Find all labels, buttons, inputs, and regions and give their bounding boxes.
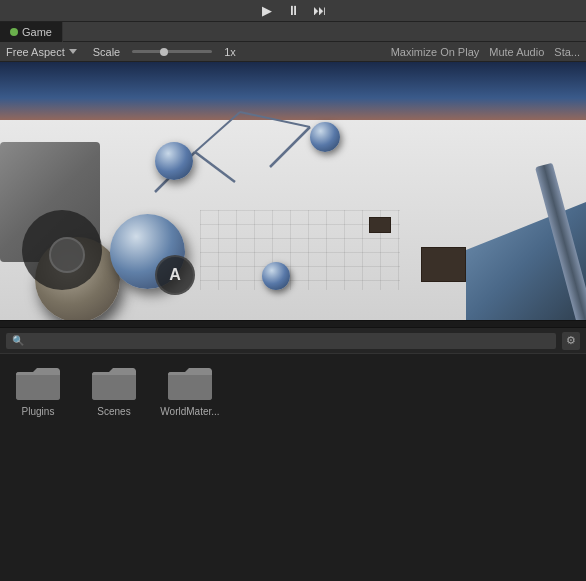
folder-icon-plugins xyxy=(15,364,61,402)
stats-label[interactable]: Sta... xyxy=(554,46,580,58)
play-button[interactable]: ▶ xyxy=(256,3,278,19)
a-button[interactable]: A xyxy=(155,255,195,295)
game-viewport: A xyxy=(0,62,586,320)
rod-container xyxy=(100,92,400,212)
tab-game[interactable]: Game xyxy=(0,22,63,42)
svg-rect-10 xyxy=(168,372,212,400)
bottom-panel: 🔍 ⚙ Plugins Sc xyxy=(0,328,586,581)
aspect-arrow-icon xyxy=(69,49,77,54)
folder-label-scenes: Scenes xyxy=(97,406,130,417)
scale-slider[interactable] xyxy=(132,50,212,53)
tab-game-label: Game xyxy=(22,26,52,38)
top-toolbar: ▶ ⏸ ⏭ xyxy=(0,0,586,22)
search-bar: 🔍 ⚙ xyxy=(0,328,586,354)
folder-item-plugins[interactable]: Plugins xyxy=(8,364,68,417)
search-icon: 🔍 xyxy=(12,335,24,346)
folder-label-worldmaterials: WorldMater... xyxy=(160,406,219,417)
dark-box-right xyxy=(421,247,466,282)
aspect-bar: Free Aspect Scale 1x Maximize On Play Mu… xyxy=(0,42,586,62)
dark-box-small xyxy=(369,217,391,233)
maximize-on-play[interactable]: Maximize On Play xyxy=(391,46,480,58)
sphere-hang-left xyxy=(155,142,193,180)
svg-line-2 xyxy=(195,112,240,152)
sphere-small-center xyxy=(262,262,290,290)
aspect-label: Free Aspect xyxy=(6,46,65,58)
file-browser: Plugins Scenes WorldMater... xyxy=(0,354,586,581)
tab-bar: Game xyxy=(0,22,586,42)
joystick-inner xyxy=(49,237,85,273)
search-input-wrap: 🔍 xyxy=(6,333,556,349)
folder-icon-worldmaterials xyxy=(167,364,213,402)
folder-item-worldmaterials[interactable]: WorldMater... xyxy=(160,364,220,417)
scale-label: Scale xyxy=(93,46,121,58)
search-input[interactable] xyxy=(28,335,550,347)
sphere-hang-right xyxy=(310,122,340,152)
svg-line-4 xyxy=(270,127,310,167)
joystick-container[interactable] xyxy=(22,210,102,290)
tab-active-dot xyxy=(10,28,18,36)
pause-button[interactable]: ⏸ xyxy=(282,3,304,19)
mute-audio[interactable]: Mute Audio xyxy=(489,46,544,58)
svg-rect-6 xyxy=(16,372,60,400)
aspect-dropdown[interactable]: Free Aspect xyxy=(6,46,77,58)
panel-divider xyxy=(0,320,586,328)
folder-item-scenes[interactable]: Scenes xyxy=(84,364,144,417)
svg-line-1 xyxy=(195,152,235,182)
scale-value: 1x xyxy=(224,46,236,58)
folder-label-plugins: Plugins xyxy=(22,406,55,417)
scale-slider-handle xyxy=(160,48,168,56)
right-controls: Maximize On Play Mute Audio Sta... xyxy=(391,46,580,58)
search-settings-icon[interactable]: ⚙ xyxy=(562,332,580,350)
folder-icon-scenes xyxy=(91,364,137,402)
svg-line-3 xyxy=(240,112,310,127)
step-button[interactable]: ⏭ xyxy=(308,3,330,19)
joystick-outer[interactable] xyxy=(22,210,102,290)
svg-rect-8 xyxy=(92,372,136,400)
